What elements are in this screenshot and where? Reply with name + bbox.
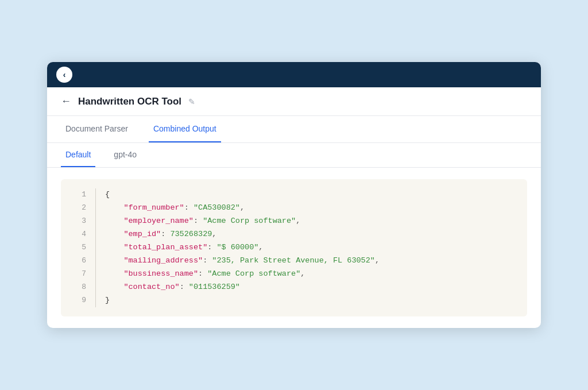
- line-content-2: "form_number": "CA530082",: [105, 202, 245, 215]
- header-bar: ← Handwritten OCR Tool ✎: [47, 87, 541, 116]
- code-line-7: 7 "bussiness_name": "Acme Corp software"…: [61, 268, 527, 281]
- back-circle-icon: ‹: [63, 70, 66, 79]
- code-line-9: 9 }: [61, 294, 527, 307]
- code-line-2: 2 "form_number": "CA530082",: [61, 202, 527, 215]
- tab-default[interactable]: Default: [61, 143, 95, 167]
- title-bar: ‹: [47, 62, 541, 87]
- code-line-4: 4 "emp_id": 735268329,: [61, 228, 527, 241]
- tab-combined-output[interactable]: Combined Output: [149, 116, 221, 142]
- tab-gpt4o[interactable]: gpt-4o: [109, 143, 141, 167]
- sidebar-back-button[interactable]: ‹: [56, 67, 72, 83]
- line-content-6: "mailing_address": "235, Park Street Ave…: [105, 254, 380, 268]
- line-num-2: 2: [70, 202, 86, 214]
- code-line-3: 3 "employer_name": "Acme Corp software",: [61, 215, 527, 228]
- header-back-button[interactable]: ←: [61, 95, 71, 107]
- secondary-tabs: Default gpt-4o: [47, 143, 541, 168]
- line-content-3: "employer_name": "Acme Corp software",: [105, 215, 300, 228]
- line-content-1: {: [105, 188, 110, 202]
- line-num-5: 5: [70, 241, 86, 254]
- tab-document-parser[interactable]: Document Parser: [61, 116, 133, 142]
- line-num-3: 3: [70, 215, 86, 227]
- code-line-1: 1 {: [61, 188, 527, 202]
- line-content-5: "total_plan_asset": "$ 60000",: [105, 241, 263, 254]
- line-num-9: 9: [70, 294, 86, 307]
- primary-tabs: Document Parser Combined Output: [47, 116, 541, 143]
- line-num-1: 1: [70, 188, 86, 201]
- line-content-9: }: [105, 294, 110, 307]
- code-line-8: 8 "contact_no": "011536259": [61, 281, 527, 294]
- code-line-6: 6 "mailing_address": "235, Park Street A…: [61, 254, 527, 268]
- line-num-8: 8: [70, 281, 86, 294]
- line-num-7: 7: [70, 268, 86, 280]
- app-window: ‹ ← Handwritten OCR Tool ✎ Document Pars…: [47, 62, 541, 327]
- line-content-8: "contact_no": "011536259": [105, 281, 240, 294]
- line-num-4: 4: [70, 228, 86, 241]
- edit-icon[interactable]: ✎: [188, 97, 195, 106]
- code-line-5: 5 "total_plan_asset": "$ 60000",: [61, 241, 527, 254]
- page-title: Handwritten OCR Tool: [78, 96, 181, 107]
- line-content-4: "emp_id": 735268329,: [105, 228, 216, 241]
- code-output: 1 { 2 "form_number": "CA530082", 3 "empl…: [61, 179, 527, 316]
- line-content-7: "bussiness_name": "Acme Corp software",: [105, 268, 305, 281]
- line-num-6: 6: [70, 254, 86, 267]
